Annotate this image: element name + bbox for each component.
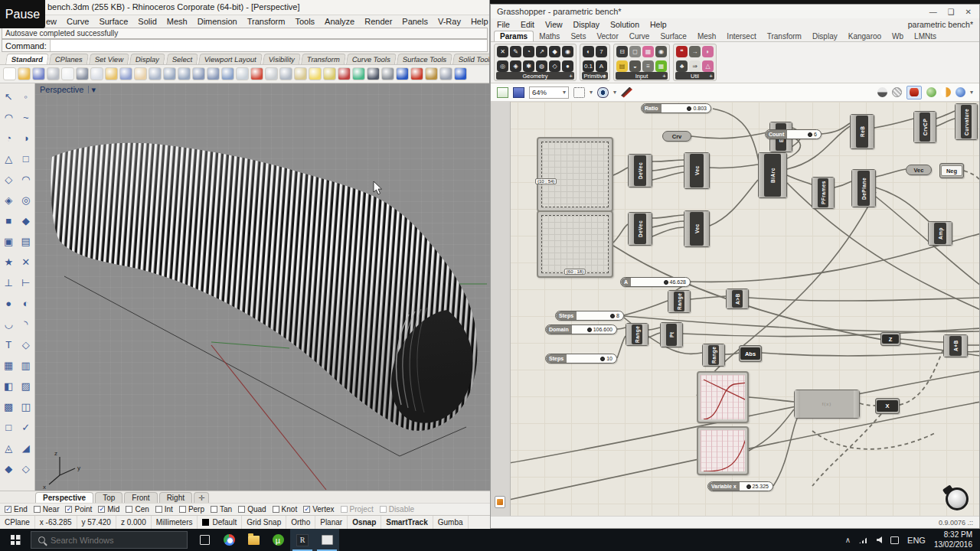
side-tool-icon-r11c0[interactable]: ◡ [0,314,18,334]
status-millimeters[interactable]: Millimeters [152,516,198,529]
palette-icon-input-1[interactable]: ▤ [616,60,628,72]
display-orange-icon[interactable] [941,87,951,97]
gh-component-curvature[interactable]: Curvature [955,103,978,140]
paste-icon[interactable] [105,67,118,80]
side-tool-icon-r18c1[interactable]: ◇ [18,458,35,479]
gh-menu-solution[interactable]: Solution [610,20,639,29]
palette-icon-util-5[interactable]: △ [702,60,714,72]
notification-icon[interactable] [890,536,899,544]
clock[interactable]: 8:32 PM 13/02/2016 [934,530,972,549]
palette-icon-geometry-6[interactable]: ↗ [536,46,547,57]
network-icon[interactable] [859,536,868,543]
rhino-menu-surface[interactable]: Surface [99,17,128,26]
viewport-tab-perspective[interactable]: Perspective [35,492,93,503]
checkbox-project[interactable] [341,506,348,513]
expand-icon[interactable]: + [569,73,573,80]
side-tool-icon-r6c0[interactable]: ■ [0,210,18,231]
gh-point-panel[interactable]: {60 ; 18} [537,210,613,278]
gh-menu-display[interactable]: Display [573,20,599,29]
rhino-toolbar-tab-standard[interactable]: Standard [5,54,49,64]
rhino-toolbar-tab-set-view[interactable]: Set View [89,54,129,64]
gh-tab-surface[interactable]: Surface [655,31,691,41]
sphere-gray-icon[interactable] [381,67,394,80]
status-z-0-000[interactable]: z 0.000 [116,516,152,529]
osnap-int[interactable]: Int [155,505,173,514]
palette-icon-input-6[interactable]: ◉ [655,46,667,57]
osnap-end[interactable]: ✓End [5,505,28,514]
volume-icon[interactable] [877,536,882,543]
zoom-dynamic-icon[interactable] [178,67,191,80]
preview-eye-icon[interactable] [597,87,609,98]
checkbox-near[interactable] [34,506,41,513]
zoom-selected-icon[interactable] [207,67,220,80]
checkbox-vertex[interactable]: ✓ [303,506,310,513]
side-tool-icon-r14c0[interactable]: ◧ [0,376,18,396]
lock-icon[interactable] [323,67,336,80]
checkbox-knot[interactable] [273,506,279,513]
taskbar-utorrent[interactable]: µ [266,529,290,551]
gh-tab-kangaroo[interactable]: Kangaroo [843,31,887,41]
rhino-toolbar-tab-display[interactable]: Display [129,54,165,64]
gh-component-a-b[interactable]: A>B [726,289,749,309]
flag-icon[interactable] [410,67,423,80]
side-tool-icon-r9c1[interactable]: ⊢ [18,272,35,293]
rhino-toolbar-tab-transform[interactable]: Transform [301,54,346,64]
checkbox-int[interactable] [155,506,162,513]
side-tool-icon-r0c1[interactable]: ◦ [18,86,35,107]
expand-icon[interactable]: + [709,73,713,80]
open-file-icon[interactable] [18,67,31,80]
gh-slider-steps[interactable]: Steps8 [555,311,624,321]
lamp-icon[interactable] [309,67,322,80]
side-tool-icon-r4c1[interactable]: ◠ [18,169,35,190]
palette-icon-primitive-1[interactable]: 0.1 [583,60,594,72]
taskbar-rhino[interactable]: R [290,529,315,551]
cut-icon[interactable] [76,67,89,80]
minimize-icon[interactable]: — [929,8,937,16]
taskbar-grasshopper[interactable] [315,529,339,551]
maximize-icon[interactable]: ❑ [948,8,955,16]
side-tool-icon-r12c1[interactable]: ◇ [18,334,35,355]
rhino-menu-transform[interactable]: Transform [247,17,286,26]
palette-icon-geometry-4[interactable]: ◔ [523,46,534,57]
gh-node-abs[interactable]: Abs [739,345,762,362]
side-tool-icon-r18c0[interactable]: ◆ [0,458,18,479]
palette-icon-input-4[interactable]: ▦ [642,46,654,57]
save-icon[interactable] [32,67,45,80]
color-wheel-icon[interactable] [352,67,365,80]
grasshopper-titlebar[interactable]: Grasshopper - parametric bench* — ❑ ✕ [491,5,979,18]
palette-icon-input-2[interactable]: ◻ [629,46,641,57]
viewport-title-menu[interactable]: Perspective▾ [40,85,96,95]
palette-icon-input-3[interactable]: ◒ [629,60,641,72]
palette-icon-primitive-2[interactable]: 7 [596,46,607,57]
language-indicator[interactable]: ENG [907,536,926,545]
task-view-button[interactable] [192,529,217,551]
four-view-icon[interactable] [236,67,249,80]
gh-tab-transform[interactable]: Transform [762,31,807,41]
gh-tab-params[interactable]: Params [494,31,534,41]
rhino-menu-ew[interactable]: ew [46,17,57,26]
osnap-project[interactable]: Project [341,505,374,514]
osnap-vertex[interactable]: ✓Vertex [303,505,334,514]
viewport-tab-front[interactable]: Front [124,492,157,503]
side-tool-icon-r11c1[interactable]: ◝ [18,314,35,334]
sphere-blue-icon[interactable] [396,67,409,80]
palette-icon-geometry-9[interactable]: ◇ [549,60,560,72]
gh-component-devec[interactable]: DeVec [628,154,652,187]
gh-node-z[interactable]: Z [880,332,900,346]
palette-icon-util-3[interactable]: ⇒ [689,60,701,72]
checkbox-tan[interactable] [211,506,217,513]
rhino-menu-v-ray[interactable]: V-Ray [438,17,461,26]
gh-slider-ratio[interactable]: Ratio0.803 [641,103,711,113]
palette-icon-geometry-1[interactable]: ◎ [497,60,508,72]
status-osnap[interactable]: Osnap [348,516,381,529]
status-default[interactable]: Default [198,516,242,529]
help-icon[interactable] [454,67,467,80]
display-green-icon[interactable] [926,87,936,97]
checkbox-quad[interactable] [238,506,245,513]
copy-icon[interactable] [90,67,103,80]
display-blue-icon[interactable] [956,87,965,97]
gh-slider-a[interactable]: A46.628 [620,277,691,287]
display-wire-icon[interactable] [877,87,887,97]
gh-component-devec[interactable]: DeVec [628,212,652,246]
pan-icon[interactable] [134,67,147,80]
